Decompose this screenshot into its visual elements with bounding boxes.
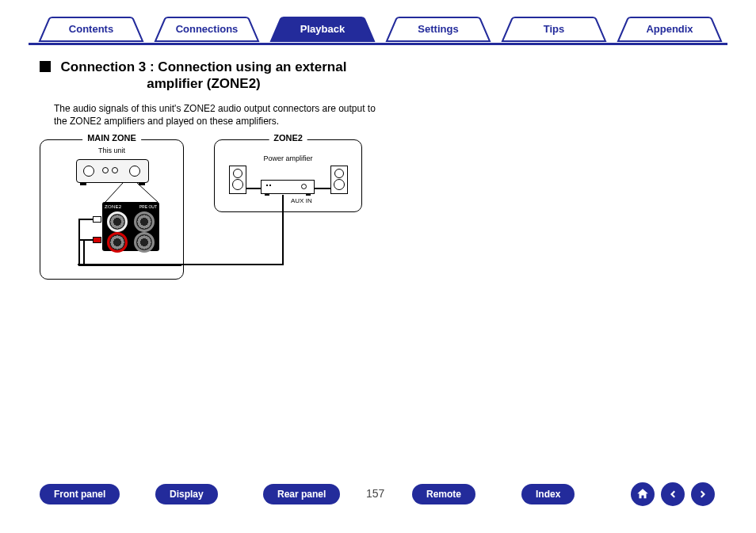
tab-appendix[interactable]: Appendix — [610, 17, 729, 41]
rca-plug-white-icon — [93, 216, 101, 223]
tab-label: Connections — [176, 23, 239, 35]
zone2-box: ZONE2 Power amplifier AUX IN — [214, 139, 362, 212]
pill-label: Index — [536, 489, 560, 500]
tab-contents[interactable]: Contents — [32, 17, 151, 41]
next-page-button[interactable] — [691, 482, 715, 506]
tab-tips[interactable]: Tips — [494, 17, 613, 41]
tab-connections[interactable]: Connections — [147, 17, 266, 41]
interzone-cable-icon — [78, 264, 284, 265]
aux-in-label: AUX IN — [291, 197, 312, 204]
connection-diagram: MAIN ZONE This unit ZONE2 PRE OUT — [40, 139, 365, 282]
nav-rear-panel[interactable]: Rear panel — [263, 484, 340, 504]
tab-bar: Contents Connections Playback Settings T… — [0, 17, 756, 44]
nav-front-panel[interactable]: Front panel — [40, 484, 120, 504]
svg-line-0 — [105, 183, 123, 202]
tab-playback[interactable]: Playback — [263, 17, 382, 41]
nav-display[interactable]: Display — [155, 484, 218, 504]
arrow-right-icon — [696, 487, 710, 501]
pill-label: Remote — [426, 489, 461, 500]
tab-underline — [29, 43, 727, 45]
nav-remote[interactable]: Remote — [412, 484, 475, 504]
pill-label: Display — [170, 489, 204, 500]
pill-label: Rear panel — [277, 489, 326, 500]
home-button[interactable] — [631, 482, 655, 506]
heading-text: Connection 3 : Connection using an exter… — [57, 59, 350, 93]
nav-index[interactable]: Index — [521, 484, 575, 504]
prev-page-button[interactable] — [661, 482, 685, 506]
section-heading: Connection 3 : Connection using an exter… — [40, 59, 380, 93]
square-bullet-icon — [40, 61, 51, 72]
arrow-left-icon — [666, 487, 680, 501]
tab-label: Contents — [69, 23, 113, 35]
home-icon — [636, 487, 650, 501]
tab-settings[interactable]: Settings — [379, 17, 498, 41]
content-column: Connection 3 : Connection using an exter… — [40, 59, 380, 128]
main-zone-box: MAIN ZONE This unit ZONE2 PRE OUT — [40, 139, 184, 280]
speaker-right-icon — [330, 166, 348, 194]
zone2-label: ZONE2 — [269, 133, 307, 143]
power-amplifier-icon — [261, 180, 315, 194]
body-paragraph: The audio signals of this unit's ZONE2 a… — [54, 102, 380, 128]
pill-label: Front panel — [54, 489, 105, 500]
speaker-left-icon — [229, 166, 246, 194]
rca-plug-red-icon — [93, 237, 101, 243]
tab-label: Appendix — [646, 23, 693, 35]
page-number: 157 — [366, 487, 384, 500]
zoom-lines-icon — [40, 140, 183, 279]
tab-label: Settings — [418, 23, 458, 35]
power-amp-label: Power amplifier — [215, 154, 361, 162]
bottom-bar: Front panel Display Rear panel 157 Remot… — [0, 484, 756, 511]
svg-line-1 — [137, 183, 158, 202]
tab-label: Tips — [544, 23, 565, 35]
tab-label: Playback — [300, 23, 345, 35]
